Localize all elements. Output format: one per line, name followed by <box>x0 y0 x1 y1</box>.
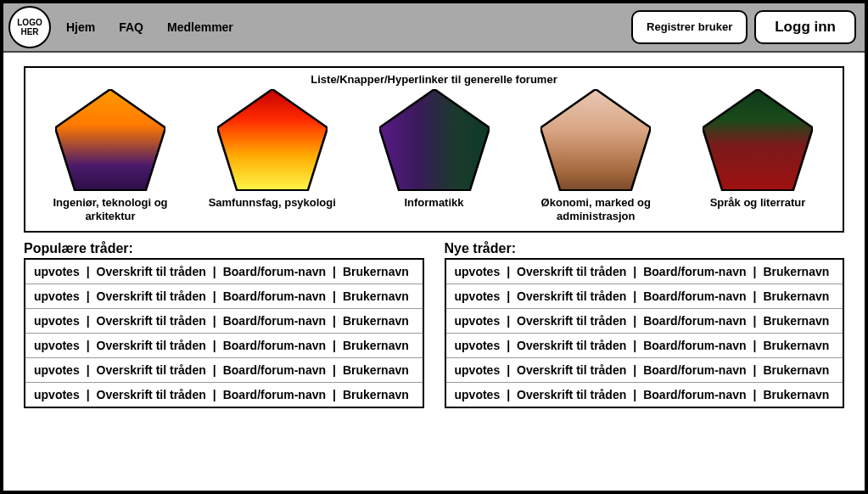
popular-threads: Populære tråder: upvotes|Overskrift til … <box>24 241 424 408</box>
separator: | <box>505 265 512 278</box>
forum-label: Ingeniør, teknologi og arkitektur <box>34 196 187 222</box>
new-threads-title: Nye tråder: <box>445 241 845 256</box>
separator: | <box>211 265 218 278</box>
forum-item[interactable]: Samfunnsfag, psykologi <box>196 89 349 222</box>
forum-icon <box>379 89 490 191</box>
separator: | <box>331 289 338 303</box>
separator: | <box>631 289 638 303</box>
thread-row[interactable]: upvotes|Overskrift til tråden|Board/foru… <box>25 283 423 308</box>
forum-icon <box>703 89 813 191</box>
thread-field: Board/forum-navn <box>643 388 746 401</box>
forum-label: Språk og literratur <box>710 196 806 210</box>
new-threads: Nye tråder: upvotes|Overskrift til tråde… <box>445 241 845 408</box>
separator: | <box>85 363 92 377</box>
thread-field: Brukernavn <box>763 289 829 303</box>
thread-field: Board/forum-navn <box>643 289 746 303</box>
svg-marker-1 <box>217 89 328 191</box>
thread-row[interactable]: upvotes|Overskrift til tråden|Board/foru… <box>25 308 423 333</box>
separator: | <box>631 314 638 328</box>
thread-field: Board/forum-navn <box>223 388 326 401</box>
thread-field: Brukernavn <box>343 265 409 278</box>
nav-hjem[interactable]: Hjem <box>66 20 95 34</box>
thread-row[interactable]: upvotes|Overskrift til tråden|Board/foru… <box>446 333 843 357</box>
thread-field: Brukernavn <box>763 339 829 352</box>
thread-row[interactable]: upvotes|Overskrift til tråden|Board/foru… <box>446 283 843 308</box>
new-threads-box: upvotes|Overskrift til tråden|Board/foru… <box>445 258 845 408</box>
thread-row[interactable]: upvotes|Overskrift til tråden|Board/foru… <box>446 260 843 283</box>
forum-label: Økonomi, marked og administrasjon <box>519 196 672 222</box>
separator: | <box>211 339 218 352</box>
thread-field: Brukernavn <box>343 388 409 401</box>
separator: | <box>752 388 759 401</box>
svg-marker-0 <box>55 89 165 191</box>
thread-field: Brukernavn <box>763 265 829 278</box>
thread-field: Board/forum-navn <box>223 265 326 278</box>
thread-field: Board/forum-navn <box>643 363 746 377</box>
thread-field: upvotes <box>34 265 80 278</box>
forum-icon <box>55 89 165 191</box>
separator: | <box>331 388 338 401</box>
header: LOGO HER Hjem FAQ Medlemmer Registrer br… <box>3 3 865 53</box>
separator: | <box>211 289 218 303</box>
thread-field: Overskrift til tråden <box>517 314 626 328</box>
thread-row[interactable]: upvotes|Overskrift til tråden|Board/foru… <box>25 382 423 407</box>
separator: | <box>631 265 638 278</box>
separator: | <box>505 388 512 401</box>
thread-row[interactable]: upvotes|Overskrift til tråden|Board/foru… <box>25 333 423 357</box>
thread-row[interactable]: upvotes|Overskrift til tråden|Board/foru… <box>25 260 423 283</box>
thread-field: upvotes <box>34 314 80 328</box>
svg-marker-4 <box>703 89 813 191</box>
separator: | <box>631 363 638 377</box>
header-buttons: Registrer bruker Logg inn <box>631 10 856 44</box>
thread-field: upvotes <box>455 289 501 303</box>
thread-field: Board/forum-navn <box>223 314 326 328</box>
thread-row[interactable]: upvotes|Overskrift til tråden|Board/foru… <box>446 357 843 382</box>
separator: | <box>752 363 759 377</box>
thread-field: upvotes <box>455 388 501 401</box>
separator: | <box>331 314 338 328</box>
thread-field: Board/forum-navn <box>223 339 326 352</box>
separator: | <box>331 363 338 377</box>
separator: | <box>85 339 92 352</box>
thread-field: Overskrift til tråden <box>517 339 626 352</box>
thread-field: Board/forum-navn <box>223 363 326 377</box>
thread-field: upvotes <box>34 339 80 352</box>
nav: Hjem FAQ Medlemmer <box>66 20 233 34</box>
forum-item[interactable]: Ingeniør, teknologi og arkitektur <box>34 89 187 222</box>
thread-field: Board/forum-navn <box>643 339 746 352</box>
separator: | <box>752 265 759 278</box>
thread-row[interactable]: upvotes|Overskrift til tråden|Board/foru… <box>446 382 843 407</box>
separator: | <box>752 339 759 352</box>
separator: | <box>85 314 92 328</box>
forum-item[interactable]: Informatikk <box>358 89 511 222</box>
login-button[interactable]: Logg inn <box>754 10 856 44</box>
separator: | <box>85 289 92 303</box>
thread-field: Overskrift til tråden <box>97 388 206 401</box>
forum-label: Informatikk <box>404 196 463 210</box>
register-button[interactable]: Registrer bruker <box>631 10 748 44</box>
separator: | <box>331 339 338 352</box>
forum-item[interactable]: Språk og literratur <box>681 89 834 222</box>
nav-faq[interactable]: FAQ <box>119 20 143 34</box>
thread-row[interactable]: upvotes|Overskrift til tråden|Board/foru… <box>446 308 843 333</box>
separator: | <box>85 388 92 401</box>
thread-field: Brukernavn <box>343 339 409 352</box>
separator: | <box>211 314 218 328</box>
nav-medlemmer[interactable]: Medlemmer <box>167 20 233 34</box>
forum-item[interactable]: Økonomi, marked og administrasjon <box>519 89 672 222</box>
separator: | <box>505 314 512 328</box>
forum-label: Samfunnsfag, psykologi <box>209 196 336 210</box>
popular-threads-title: Populære tråder: <box>24 241 424 256</box>
logo[interactable]: LOGO HER <box>8 6 51 48</box>
forums-box: Liste/Knapper/Hyperlinker til generelle … <box>24 66 844 233</box>
separator: | <box>505 289 512 303</box>
thread-field: upvotes <box>455 314 501 328</box>
thread-field: upvotes <box>34 363 80 377</box>
thread-field: Overskrift til tråden <box>517 289 626 303</box>
forums-list: Ingeniør, teknologi og arkitekturSamfunn… <box>34 89 834 222</box>
thread-row[interactable]: upvotes|Overskrift til tråden|Board/foru… <box>25 357 423 382</box>
svg-marker-2 <box>379 89 490 191</box>
thread-field: Brukernavn <box>763 363 829 377</box>
thread-field: Brukernavn <box>763 388 829 401</box>
separator: | <box>631 339 638 352</box>
